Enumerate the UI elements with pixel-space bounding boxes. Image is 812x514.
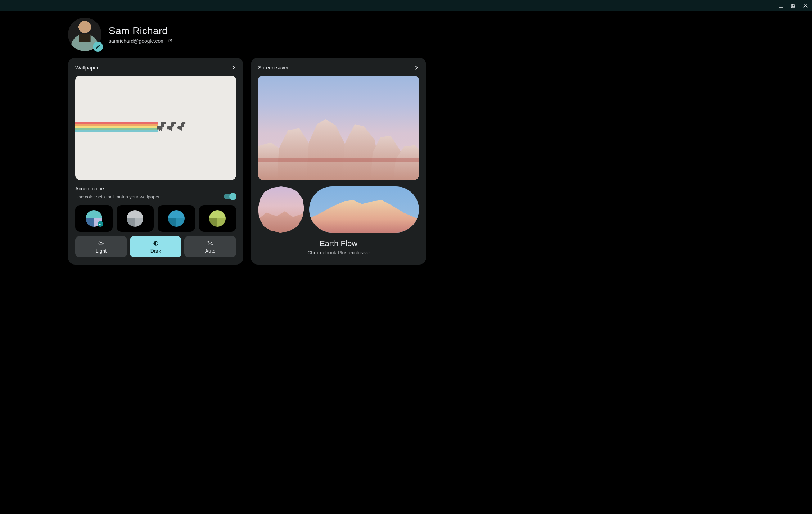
accent-colors-description: Use color sets that match your wallpaper (75, 194, 160, 199)
profile-name: Sam Richard (109, 25, 172, 37)
dino-row (157, 122, 186, 132)
chevron-right-icon (414, 65, 419, 70)
screensaver-preview[interactable] (258, 76, 419, 180)
check-icon (98, 221, 103, 227)
theme-auto-label: Auto (205, 248, 216, 254)
accent-swatch-1[interactable] (75, 205, 113, 232)
accent-swatch-2[interactable] (117, 205, 154, 232)
profile-email-text: samrichard@google.com (109, 38, 165, 44)
svg-line-13 (103, 241, 103, 242)
screensaver-thumb-round[interactable] (258, 186, 304, 233)
wallpaper-header[interactable]: Wallpaper (75, 65, 236, 71)
accent-swatch-row (75, 205, 236, 232)
screensaver-title: Screen saver (258, 65, 289, 71)
theme-dark-button[interactable]: Dark (130, 236, 182, 257)
wallpaper-preview[interactable] (75, 76, 236, 180)
accent-colors-subtitle: Accent colors (75, 186, 236, 191)
accent-colors-toggle[interactable] (224, 194, 236, 199)
theme-light-label: Light (96, 248, 107, 254)
theme-light-button[interactable]: Light (75, 236, 127, 257)
rainbow-stripe (75, 122, 158, 132)
screensaver-card: Screen saver (251, 58, 426, 265)
profile-header: Sam Richard samrichard@google.com (68, 18, 812, 51)
minimize-icon[interactable] (777, 2, 785, 9)
auto-fix-icon (207, 240, 213, 247)
open-in-new-icon (168, 39, 172, 43)
screensaver-header[interactable]: Screen saver (258, 65, 419, 71)
svg-line-12 (99, 244, 100, 245)
accent-swatch-3[interactable] (158, 205, 195, 232)
svg-line-10 (99, 241, 100, 242)
svg-rect-2 (791, 5, 794, 8)
dino-icon (157, 122, 166, 132)
svg-line-11 (103, 244, 103, 245)
wallpaper-title: Wallpaper (75, 65, 99, 71)
brightness-icon (98, 240, 104, 247)
screensaver-caption-title: Earth Flow (258, 239, 419, 248)
screensaver-caption-sub: Chromebook Plus exclusive (258, 250, 419, 256)
close-icon[interactable] (802, 2, 809, 9)
dino-icon (167, 122, 176, 131)
screensaver-thumb-pill[interactable] (309, 186, 419, 233)
theme-dark-label: Dark (150, 248, 161, 254)
svg-rect-1 (792, 4, 795, 7)
accent-swatch-4[interactable] (199, 205, 236, 232)
edit-avatar-button[interactable] (93, 42, 103, 52)
theme-auto-button[interactable]: Auto (184, 236, 236, 257)
chevron-right-icon (231, 65, 236, 70)
window-titlebar (0, 0, 812, 11)
dark-mode-icon (153, 240, 159, 247)
svg-point-5 (100, 242, 102, 244)
dino-icon (177, 122, 186, 131)
wallpaper-card: Wallpaper Accent colors Use color sets t… (68, 58, 243, 265)
profile-email-link[interactable]: samrichard@google.com (109, 38, 172, 44)
avatar[interactable] (68, 18, 102, 51)
restore-icon[interactable] (790, 2, 797, 9)
